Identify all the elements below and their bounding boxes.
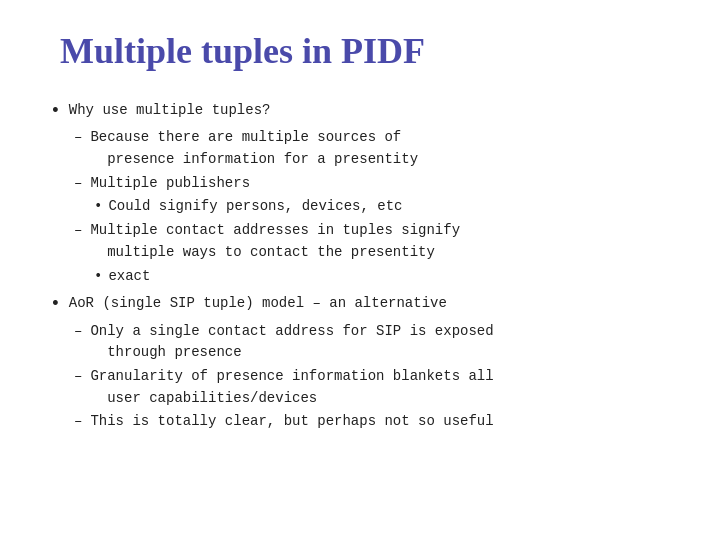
- sub-text-3: Multiple contact addresses in tuples sig…: [90, 220, 670, 263]
- sub-text-5: Granularity of presence information blan…: [90, 366, 670, 409]
- dash-5: –: [74, 366, 82, 388]
- sub-item-5: – Granularity of presence information bl…: [74, 366, 670, 409]
- bullet-marker-2: •: [50, 293, 61, 316]
- dash-2: –: [74, 173, 82, 195]
- dash-3: –: [74, 220, 82, 242]
- slide: Multiple tuples in PIDF • Why use multip…: [0, 0, 720, 540]
- bullet-item-1: • Why use multiple tuples?: [50, 100, 670, 123]
- bullet-item-2: • AoR (single SIP tuple) model – an alte…: [50, 293, 670, 316]
- slide-content: • Why use multiple tuples? – Because the…: [50, 100, 670, 435]
- sub-item-1: – Because there are multiple sources of …: [74, 127, 670, 170]
- sub-item-3: – Multiple contact addresses in tuples s…: [74, 220, 670, 263]
- sub-text-6: This is totally clear, but perhaps not s…: [90, 411, 670, 433]
- sub-item-6: – This is totally clear, but perhaps not…: [74, 411, 670, 433]
- sub-item-4: – Only a single contact address for SIP …: [74, 321, 670, 364]
- sub-sub-text-1: Could signify persons, devices, etc: [108, 196, 402, 218]
- sub-list-2: – Only a single contact address for SIP …: [74, 321, 670, 433]
- sub-sub-list-2: • exact: [94, 266, 670, 288]
- bullet2-1: •: [94, 196, 102, 218]
- sub-sub-item-1: • Could signify persons, devices, etc: [94, 196, 670, 218]
- bullet2-2: •: [94, 266, 102, 288]
- sub-list-1: – Because there are multiple sources of …: [74, 127, 670, 287]
- bullet-text-2: AoR (single SIP tuple) model – an altern…: [69, 293, 670, 315]
- sub-text-4: Only a single contact address for SIP is…: [90, 321, 670, 364]
- sub-sub-text-2: exact: [108, 266, 150, 288]
- dash-1: –: [74, 127, 82, 149]
- sub-sub-list-1: • Could signify persons, devices, etc: [94, 196, 670, 218]
- dash-4: –: [74, 321, 82, 343]
- dash-6: –: [74, 411, 82, 433]
- slide-title: Multiple tuples in PIDF: [60, 30, 670, 72]
- bullet-text-1: Why use multiple tuples?: [69, 100, 670, 122]
- sub-sub-item-2: • exact: [94, 266, 670, 288]
- sub-text-2: Multiple publishers: [90, 173, 670, 195]
- sub-item-2: – Multiple publishers: [74, 173, 670, 195]
- bullet-marker-1: •: [50, 100, 61, 123]
- sub-text-1: Because there are multiple sources of pr…: [90, 127, 670, 170]
